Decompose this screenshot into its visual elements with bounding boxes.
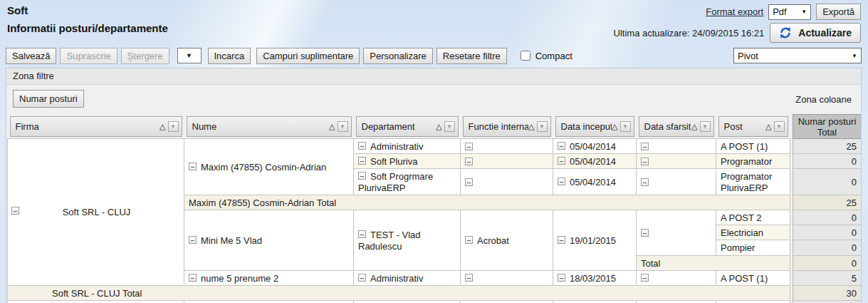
cell-text: 19/01/2015	[570, 235, 616, 246]
extra-fields-button[interactable]: Campuri suplimentare	[256, 48, 360, 64]
column-header-data-sfarsit[interactable]: Data sfarsit△▼	[637, 115, 716, 139]
cell-text: 30	[847, 288, 857, 299]
pivot-cell: Soft Pluriva	[354, 154, 461, 169]
personalize-button[interactable]: Personalizare	[363, 48, 433, 64]
page-title: Informatii posturi/departamente	[7, 22, 168, 34]
sort-asc-icon[interactable]: △	[691, 123, 697, 130]
pivot-cell: Soft Progrmare PlurivaERP	[354, 169, 461, 195]
collapse-icon[interactable]	[358, 172, 366, 180]
filter-dropdown-icon[interactable]: ▼	[338, 121, 348, 132]
view-mode-value: Pivot	[738, 51, 758, 61]
column-header-firma[interactable]: Firma△▼	[8, 115, 184, 139]
pivot-cell: Programator	[716, 154, 790, 169]
table-row: Soft SRL - CLUJMaxim (47855) Cosmin-Adri…	[8, 139, 862, 154]
pivot-cell: A POST 2	[716, 210, 790, 225]
export-format-select[interactable]: Pdf ▼	[768, 4, 811, 20]
sort-asc-icon[interactable]: △	[329, 123, 335, 130]
column-header-functie-interna[interactable]: Functie interna△▼	[461, 115, 553, 139]
collapse-icon[interactable]	[641, 143, 649, 150]
value-cell: 30	[793, 285, 862, 300]
pivot-cell	[461, 139, 553, 154]
column-header-departament[interactable]: Departament△▼	[354, 115, 461, 139]
collapse-icon[interactable]	[189, 274, 197, 282]
load-button[interactable]: Incarca	[208, 48, 251, 64]
view-mode-select[interactable]: Pivot ▼	[733, 48, 862, 63]
sort-asc-icon[interactable]: △	[436, 123, 441, 130]
pivot-cell: A POST (1)	[716, 270, 790, 285]
collapse-icon[interactable]	[641, 274, 649, 282]
filter-dropdown-icon[interactable]: ▼	[700, 121, 711, 132]
value-cell: 0	[793, 210, 862, 225]
collapse-icon[interactable]	[465, 236, 473, 244]
sort-asc-icon[interactable]: △	[160, 123, 165, 130]
collapse-icon[interactable]	[358, 157, 366, 165]
collapse-icon[interactable]	[558, 236, 565, 244]
collapse-icon[interactable]	[558, 157, 565, 165]
filter-dropdown-icon[interactable]: ▼	[537, 121, 548, 132]
pivot-cell	[461, 270, 553, 285]
columns-zone-label: Zona coloane	[795, 94, 852, 105]
delete-button[interactable]: Ștergere	[121, 48, 169, 64]
collapse-icon[interactable]	[465, 274, 473, 282]
pivot-cell	[8, 300, 184, 303]
collapse-icon[interactable]	[641, 229, 649, 237]
saved-views-dropdown[interactable]: ▼	[177, 48, 202, 63]
collapse-icon[interactable]	[189, 163, 197, 170]
collapse-icon[interactable]	[558, 178, 565, 185]
cell-text: Soft Pluriva	[370, 156, 417, 167]
chevron-down-icon: ▼	[186, 52, 192, 59]
total-header-line: Total	[794, 127, 860, 138]
collapse-icon[interactable]	[358, 142, 366, 150]
cell-text: 05/04/2014	[570, 177, 616, 188]
pivot-cell: 05/04/2014	[553, 139, 637, 154]
cell-text: 05/04/2014	[570, 141, 616, 152]
cell-text: 05/04/2014	[570, 156, 616, 167]
filter-field-chip[interactable]: Numar posturi	[13, 90, 84, 108]
sort-asc-icon[interactable]: △	[765, 123, 771, 130]
cell-text: 0	[852, 243, 857, 254]
collapse-icon[interactable]	[641, 178, 649, 186]
refresh-button[interactable]: Actualizare	[770, 23, 861, 43]
sort-asc-icon[interactable]: △	[528, 123, 534, 130]
filter-dropdown-icon[interactable]: ▼	[168, 121, 179, 132]
collapse-icon[interactable]	[465, 158, 473, 165]
export-button[interactable]: Exportă	[816, 4, 861, 20]
pivot-cell: 05/04/2014	[553, 154, 637, 169]
column-header-post[interactable]: Post△▼	[716, 115, 790, 139]
export-format-value: Pdf	[773, 6, 787, 17]
chevron-down-icon: ▼	[801, 9, 807, 15]
pivot-cell	[716, 300, 790, 303]
format-export-link[interactable]: Format export	[706, 6, 763, 17]
collapse-icon[interactable]	[641, 158, 649, 165]
pivot-cell	[637, 300, 716, 303]
compact-checkbox[interactable]	[521, 51, 530, 61]
collapse-icon[interactable]	[558, 142, 565, 150]
collapse-icon[interactable]	[465, 143, 473, 150]
save-button[interactable]: Salvează	[6, 48, 56, 64]
sort-asc-icon[interactable]: △	[612, 123, 617, 130]
column-header-data-inceput[interactable]: Data inceput△▼	[553, 115, 637, 139]
collapse-icon[interactable]	[558, 274, 565, 282]
pivot-cell: Electrician	[716, 225, 790, 240]
reset-filters-button[interactable]: Resetare filtre	[436, 48, 507, 64]
collapse-icon[interactable]	[189, 236, 197, 244]
filter-dropdown-icon[interactable]: ▼	[444, 121, 455, 132]
filter-dropdown-icon[interactable]: ▼	[774, 121, 785, 132]
collapse-icon[interactable]	[465, 178, 473, 186]
column-label: Nume	[192, 121, 217, 132]
overwrite-button[interactable]: Suprascrie	[60, 48, 117, 64]
cell-text: A POST (1)	[721, 273, 768, 284]
cell-text: Mini Me 5 Vlad	[201, 235, 262, 246]
column-label: Post	[724, 121, 743, 132]
collapse-icon[interactable]	[358, 274, 366, 282]
value-cell: 25	[793, 139, 862, 154]
value-cell: 0	[793, 154, 862, 169]
pivot-body: Soft SRL - CLUJMaxim (47855) Cosmin-Adri…	[8, 139, 862, 303]
collapse-icon[interactable]	[358, 230, 366, 238]
column-header-nume[interactable]: Nume△▼	[184, 115, 354, 139]
cell-text: 25	[847, 141, 857, 152]
pivot-cell: Programator PlurivaERP	[716, 169, 790, 195]
cell-text: Soft SRL - CLUJ	[63, 207, 131, 217]
collapse-icon[interactable]	[11, 207, 19, 215]
filter-dropdown-icon[interactable]: ▼	[620, 121, 631, 132]
